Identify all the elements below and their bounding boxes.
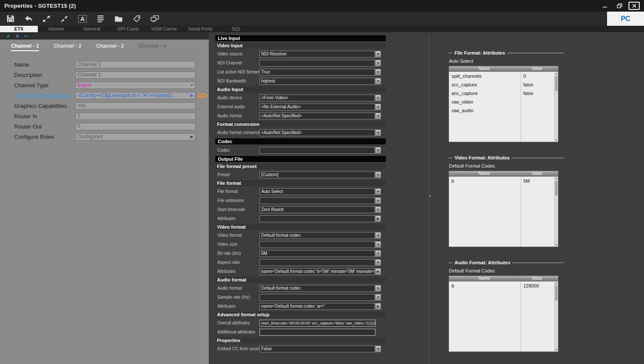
configure-roles-field[interactable]: Configured▶: [75, 133, 195, 141]
column-header-name[interactable]: Name: [449, 276, 520, 281]
tab-volume[interactable]: Volume: [38, 26, 74, 32]
scroll-up-icon[interactable]: ▲: [555, 282, 558, 284]
audio-device-field[interactable]: <From Video>▼: [259, 95, 381, 101]
scroll-down-icon[interactable]: ▼: [555, 139, 558, 141]
chevron-down-icon[interactable]: ▼: [375, 250, 381, 257]
expander-arrow-icon[interactable]: ▶: [189, 93, 195, 98]
embed-cc-from-source-field[interactable]: False▼: [259, 346, 381, 352]
close-button[interactable]: [629, 2, 640, 10]
file-extension-field[interactable]: ▼: [259, 197, 381, 204]
chevron-down-icon[interactable]: ▼: [375, 95, 381, 101]
table-row[interactable]: split_channels0: [449, 72, 558, 80]
collapse-button[interactable]: [58, 13, 70, 24]
expand-button[interactable]: [40, 13, 52, 24]
table-row[interactable]: raw_audio: [449, 106, 558, 115]
ndi-channel-field[interactable]: ▼: [259, 60, 381, 67]
scrollbar-thumb[interactable]: [555, 181, 558, 196]
graphics-capabilities-field[interactable]: Yes: [75, 102, 195, 110]
start-timecode-field[interactable]: Zero Based▼: [259, 206, 381, 213]
panel-divider[interactable]: ›: [429, 32, 432, 364]
save-button[interactable]: [4, 13, 16, 24]
chevron-down-icon[interactable]: ▼: [375, 129, 381, 136]
attributes-field[interactable]: ▶: [259, 215, 381, 222]
video-source-field[interactable]: NDI Receiver▼: [259, 51, 381, 58]
chevron-down-icon[interactable]: ▼: [375, 294, 381, 301]
tab-general[interactable]: General: [74, 26, 110, 32]
additional-attributes-field[interactable]: [259, 329, 375, 336]
external-audio-field[interactable]: <No External Audio>▼: [259, 104, 381, 110]
chevron-down-icon[interactable]: ▼: [375, 147, 381, 154]
router-in-field[interactable]: 1: [75, 113, 195, 120]
tag-button[interactable]: [131, 13, 143, 24]
table-row[interactable]: b5M: [449, 177, 558, 185]
column-header-value[interactable]: Value: [520, 171, 554, 177]
undo-button[interactable]: [22, 13, 34, 24]
router-out-field[interactable]: 0: [75, 123, 195, 130]
overall-attributes-field[interactable]: start_timecode='00:00:00:00' scc_capture…: [259, 320, 375, 327]
tab-sql[interactable]: SQL: [218, 26, 254, 32]
tab-hsm-cache[interactable]: HSM Cache: [146, 26, 182, 32]
preset-field[interactable]: [Custom]▼: [259, 171, 381, 178]
chevron-down-icon[interactable]: ▼: [375, 51, 381, 58]
folder-button[interactable]: [113, 13, 125, 24]
attributes-field[interactable]: name='Default format codec' b='5M' minra…: [259, 268, 381, 275]
chevron-down-icon[interactable]: ▼: [375, 113, 381, 119]
audio-format-field[interactable]: <Auto/Not Specified>▼: [259, 113, 381, 119]
scrollbar[interactable]: ▲▼: [554, 177, 558, 247]
table-row[interactable]: raw_video: [449, 98, 558, 106]
chevron-down-icon[interactable]: ▼: [375, 197, 381, 204]
video-format-field[interactable]: Default format codec▼: [259, 232, 381, 239]
sample-rate-hz-field[interactable]: ▼: [259, 294, 381, 301]
codec-field[interactable]: ▼: [259, 147, 381, 154]
font-button[interactable]: A: [76, 13, 89, 24]
column-header-value[interactable]: Value: [520, 66, 554, 72]
scrollbar-thumb[interactable]: [555, 76, 558, 91]
channel-type-field[interactable]: Ingest▼: [75, 82, 195, 89]
chevron-down-icon[interactable]: ▼: [375, 104, 381, 110]
tab-serial-ports[interactable]: Serial Ports: [182, 26, 218, 32]
column-header-value[interactable]: Value: [520, 276, 554, 281]
add-icon[interactable]: +: [15, 33, 19, 39]
tab-etx[interactable]: ETX: [0, 26, 38, 32]
chevron-down-icon[interactable]: ▼: [375, 346, 381, 352]
channel-tab-4[interactable]: Channel - 4: [138, 43, 166, 50]
video-size-field[interactable]: ▼: [259, 241, 381, 248]
minimize-button[interactable]: [599, 2, 610, 10]
collapse-chevron-icon[interactable]: ›: [429, 193, 431, 199]
chevron-down-icon[interactable]: ▼: [375, 69, 381, 76]
name-field[interactable]: Channel 1: [75, 61, 195, 68]
scrollbar-thumb[interactable]: [555, 286, 558, 300]
aspect-ratio-field[interactable]: ▼: [259, 259, 381, 266]
table-row[interactable]: anc_capturefalse: [449, 89, 558, 98]
scrollbar[interactable]: ▲▼: [554, 72, 558, 142]
channel-tab-2[interactable]: Channel - 2: [54, 43, 82, 50]
attributes-field[interactable]: name='Default format codec' ar=''▶: [259, 303, 381, 310]
displays-button[interactable]: [149, 13, 161, 24]
channel-tab-1[interactable]: Channel - 1: [11, 43, 39, 51]
chevron-down-icon[interactable]: ▼: [375, 78, 381, 85]
restore-button[interactable]: [614, 2, 625, 10]
log-button[interactable]: [95, 13, 107, 24]
table-row[interactable]: scc_capturefalse: [449, 80, 558, 89]
ndi-bandwidth-field[interactable]: highest▼: [259, 78, 381, 85]
table-row[interactable]: b128000: [449, 281, 558, 290]
scroll-up-icon[interactable]: ▲: [555, 177, 558, 180]
column-header-name[interactable]: Name: [449, 66, 520, 72]
expander-arrow-icon[interactable]: ▶: [375, 215, 381, 222]
channel-configuration-field[interactable]: <Config><CfgLiveInput id = "A"><VideoD..…: [75, 92, 195, 99]
channel-tab-3[interactable]: Channel - 3: [96, 43, 124, 50]
chevron-down-icon[interactable]: ▼: [375, 188, 381, 195]
file-format-field[interactable]: Auto Select▼: [259, 188, 381, 195]
expander-arrow-icon[interactable]: ▶: [189, 135, 195, 139]
chevron-down-icon[interactable]: ▼: [375, 60, 381, 67]
chevron-down-icon[interactable]: ▼: [375, 259, 381, 266]
scroll-down-icon[interactable]: ▼: [555, 349, 558, 351]
column-header-name[interactable]: Name: [449, 171, 520, 177]
chevron-down-icon[interactable]: ▼: [375, 285, 381, 292]
bit-rate-b-s-field[interactable]: 5M▼: [259, 250, 381, 257]
list-active-ndi-streams-field[interactable]: True▼: [259, 69, 381, 76]
apply-check-icon[interactable]: ✓: [6, 34, 11, 39]
expander-arrow-icon[interactable]: ▶: [375, 303, 381, 310]
remove-icon[interactable]: −: [24, 33, 28, 39]
chevron-down-icon[interactable]: ▼: [375, 232, 381, 239]
